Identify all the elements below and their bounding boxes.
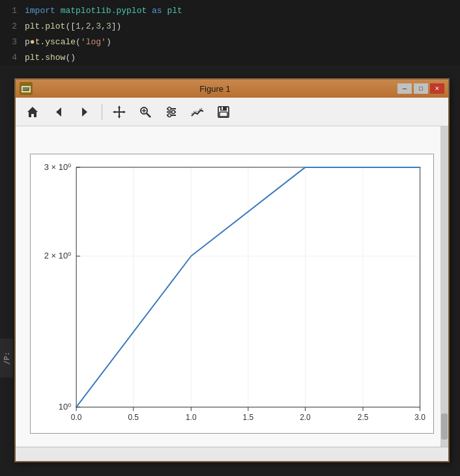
x-tick-15: 1.5 [243, 413, 254, 422]
window-title: Figure 1 [33, 84, 397, 94]
forward-button[interactable] [73, 101, 96, 123]
config-button[interactable] [160, 101, 183, 123]
line-number: 1 [5, 6, 25, 16]
save-button[interactable] [212, 101, 235, 123]
svg-marker-9 [123, 111, 126, 113]
close-button[interactable]: ✕ [430, 83, 444, 94]
y-tick-3: 3 × 10⁰ [44, 162, 71, 172]
plot-svg: 10⁰ 2 × 10⁰ 3 × 10⁰ 0.0 0.5 1.0 1.5 2.0 [31, 154, 433, 433]
scrollbar[interactable] [440, 126, 448, 447]
figure-icon [20, 82, 33, 95]
x-ticks [76, 407, 420, 411]
code-line-4: 4 plt.show() [0, 49, 460, 65]
svg-point-17 [168, 107, 171, 110]
toolbar [16, 98, 448, 126]
svg-marker-6 [118, 105, 121, 108]
code-line-3: 3 p●t.yscale('log') [0, 34, 460, 49]
status-bar [16, 447, 448, 461]
x-tick-3: 3.0 [414, 413, 425, 422]
svg-marker-3 [82, 107, 87, 117]
toolbar-separator [102, 104, 102, 120]
home-button[interactable] [21, 101, 44, 123]
y-tick-2: 2 × 10⁰ [44, 251, 71, 260]
window-controls: ─ □ ✕ [397, 83, 444, 94]
svg-point-18 [172, 110, 175, 113]
plot-area: 10⁰ 2 × 10⁰ 3 × 10⁰ 0.0 0.5 1.0 1.5 2.0 [30, 154, 434, 434]
code-content: plt.show() [25, 53, 76, 63]
svg-rect-23 [222, 107, 223, 110]
code-content: plt.plot([1,2,3,3]) [25, 21, 121, 31]
figure-window: Figure 1 ─ □ ✕ [14, 78, 450, 462]
svg-marker-7 [118, 116, 121, 119]
svg-marker-2 [56, 107, 61, 117]
title-bar: Figure 1 ─ □ ✕ [16, 79, 448, 98]
x-tick-2: 2.0 [300, 413, 311, 422]
pan-button[interactable] [108, 101, 131, 123]
maximize-button[interactable]: □ [414, 83, 428, 94]
edit-lines-button[interactable] [186, 101, 209, 123]
svg-rect-21 [220, 107, 227, 111]
svg-line-11 [147, 113, 151, 117]
x-tick-05: 0.5 [128, 413, 139, 422]
svg-rect-22 [220, 112, 227, 117]
y-ticks [76, 167, 80, 407]
x-tick-0: 0.0 [71, 413, 82, 422]
x-tick-1: 1.0 [186, 413, 197, 422]
line-number: 2 [5, 21, 25, 31]
back-button[interactable] [47, 101, 70, 123]
code-line-2: 2 plt.plot([1,2,3,3]) [0, 18, 460, 34]
code-content: p●t.yscale('log') [25, 37, 111, 47]
scrollbar-thumb[interactable] [441, 413, 448, 440]
plot-container: 10⁰ 2 × 10⁰ 3 × 10⁰ 0.0 0.5 1.0 1.5 2.0 [16, 126, 448, 461]
x-tick-25: 2.5 [358, 413, 369, 422]
y-tick-1: 10⁰ [59, 402, 71, 412]
code-line-1: 1 import matplotlib.pyplot as plt [0, 3, 460, 18]
minimize-button[interactable]: ─ [397, 83, 412, 94]
svg-point-19 [168, 113, 171, 117]
code-editor: 1 import matplotlib.pyplot as plt 2 plt.… [0, 0, 460, 65]
grid [76, 167, 420, 407]
line-number: 4 [5, 53, 25, 63]
sidebar-label: /P: [0, 339, 13, 378]
code-content: import matplotlib.pyplot as plt [25, 6, 182, 16]
line-number: 3 [5, 37, 25, 47]
zoom-button[interactable] [134, 101, 157, 123]
svg-marker-8 [113, 111, 115, 113]
svg-marker-1 [27, 107, 38, 117]
